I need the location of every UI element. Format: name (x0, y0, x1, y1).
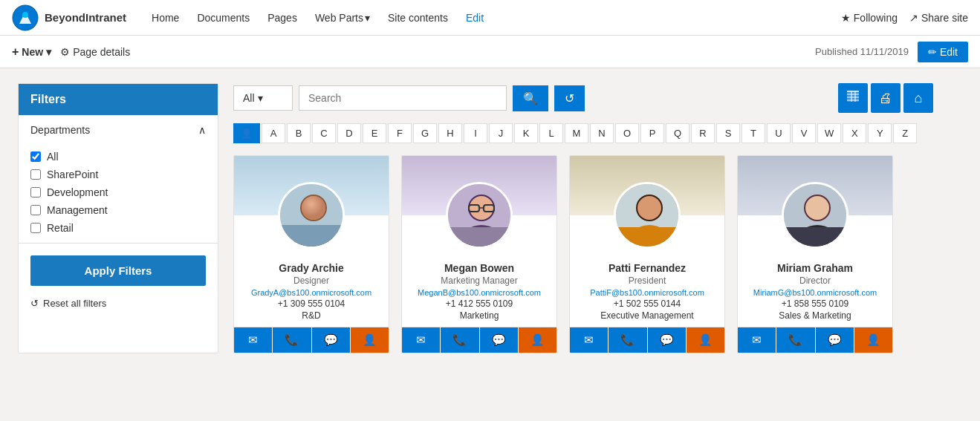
following-button[interactable]: ★ Following (841, 12, 898, 24)
chat-button-miriam[interactable]: 💬 (816, 327, 854, 353)
person-email-patti: PattiF@bs100.onmicrosoft.com (577, 288, 717, 297)
alpha-btn-j[interactable]: J (489, 123, 513, 143)
alpha-btn-m[interactable]: M (565, 123, 588, 143)
share-site-button[interactable]: ↗ Share site (909, 12, 968, 24)
filters-header: Filters (19, 84, 218, 115)
people-cards: Grady Archie Designer GradyA@bs100.onmic… (233, 155, 933, 353)
person-email-megan: MeganB@bs100.onmicrosoft.com (409, 288, 549, 297)
alpha-btn-l[interactable]: L (539, 123, 563, 143)
alpha-btn-b[interactable]: B (287, 123, 311, 143)
person-phone-megan: +1 412 555 0109 (409, 298, 549, 309)
edit-page-button[interactable]: ✏ Edit (918, 42, 968, 62)
refresh-icon: ↺ (30, 298, 39, 309)
alpha-btn-e[interactable]: E (363, 123, 386, 143)
profile-button-miriam[interactable]: 👤 (854, 327, 892, 353)
published-status: Published 11/11/2019 (815, 46, 909, 57)
filter-checkbox-sharepoint[interactable] (30, 169, 41, 180)
search-button[interactable]: 🔍 (513, 85, 548, 111)
filter-checkbox-development[interactable] (30, 187, 41, 198)
alpha-btn-p[interactable]: P (640, 123, 664, 143)
home-icon: ⌂ (915, 91, 923, 106)
alpha-btn-n[interactable]: N (590, 123, 614, 143)
alpha-btn-h[interactable]: H (438, 123, 462, 143)
filter-item-management[interactable]: Management (30, 201, 206, 219)
nav-documents[interactable]: Documents (189, 9, 257, 27)
profile-button-grady[interactable]: 👤 (351, 327, 389, 353)
filter-item-development[interactable]: Development (30, 183, 206, 201)
directory-area: All ▾ 🔍 ↺ (233, 83, 933, 353)
filter-checkbox-retail[interactable] (30, 223, 41, 233)
alpha-btn-t[interactable]: T (742, 123, 765, 143)
phone-button-grady[interactable]: 📞 (273, 327, 311, 353)
email-button-grady[interactable]: ✉ (234, 327, 273, 353)
refresh-button[interactable]: ↺ (554, 85, 585, 111)
profile-button-megan[interactable]: 👤 (519, 327, 556, 353)
nav-home[interactable]: Home (144, 9, 186, 27)
alpha-btn-i[interactable]: I (464, 123, 487, 143)
card-actions-miriam: ✉ 📞 💬 👤 (738, 327, 892, 353)
departments-section-header[interactable]: Departments ∧ (19, 115, 218, 145)
alpha-btn-y[interactable]: Y (868, 123, 892, 143)
svg-rect-28 (616, 227, 681, 249)
nav-edit[interactable]: Edit (458, 9, 491, 27)
chat-button-megan[interactable]: 💬 (480, 327, 519, 353)
excel-export-button[interactable] (838, 83, 868, 113)
alpha-btn-u[interactable]: U (767, 123, 791, 143)
filter-checkbox-all[interactable] (30, 151, 41, 162)
alpha-btn-z[interactable]: Z (893, 123, 917, 143)
alpha-btn-x[interactable]: X (843, 123, 866, 143)
alpha-btn-person[interactable]: 👤 (233, 123, 260, 143)
filter-item-retail[interactable]: Retail (30, 219, 206, 237)
chat-button-patti[interactable]: 💬 (648, 327, 687, 353)
share-icon: ↗ (909, 12, 918, 24)
reset-filters-button[interactable]: ↺ Reset all filters (19, 298, 218, 309)
person-title-patti: President (577, 275, 717, 286)
filter-item-all[interactable]: All (30, 148, 206, 166)
phone-button-patti[interactable]: 📞 (609, 327, 647, 353)
nav-site-contents[interactable]: Site contents (380, 9, 455, 27)
chat-button-grady[interactable]: 💬 (312, 327, 351, 353)
alpha-btn-d[interactable]: D (337, 123, 361, 143)
person-card-megan: Megan Bowen Marketing Manager MeganB@bs1… (401, 155, 557, 353)
search-input[interactable] (299, 85, 507, 111)
svg-rect-15 (280, 225, 345, 249)
phone-button-miriam[interactable]: 📞 (776, 327, 815, 353)
alpha-btn-g[interactable]: G (413, 123, 437, 143)
home-button[interactable]: ⌂ (903, 83, 933, 113)
email-button-miriam[interactable]: ✉ (738, 327, 776, 353)
nav-pages[interactable]: Pages (260, 9, 305, 27)
search-dropdown[interactable]: All ▾ (233, 85, 293, 111)
email-button-megan[interactable]: ✉ (402, 327, 441, 353)
filter-checkbox-management[interactable] (30, 205, 41, 215)
person-phone-miriam: +1 858 555 0109 (745, 298, 885, 309)
nav-webparts[interactable]: Web Parts ▾ (308, 9, 377, 27)
alpha-btn-v[interactable]: V (792, 123, 816, 143)
phone-button-megan[interactable]: 📞 (441, 327, 479, 353)
chevron-down-icon: ▾ (365, 12, 370, 24)
new-button[interactable]: + New ▾ (12, 45, 51, 59)
alpha-btn-c[interactable]: C (312, 123, 336, 143)
logo-area[interactable]: BeyondIntranet (12, 4, 126, 31)
alpha-btn-o[interactable]: O (615, 123, 639, 143)
search-bar-actions: 🖨 ⌂ (838, 83, 933, 113)
excel-icon (846, 89, 860, 108)
profile-button-patti[interactable]: 👤 (687, 327, 724, 353)
alpha-btn-k[interactable]: K (514, 123, 538, 143)
alpha-btn-w[interactable]: W (817, 123, 841, 143)
chevron-down-icon: ▾ (46, 46, 51, 58)
filter-item-sharepoint[interactable]: SharePoint (30, 166, 206, 183)
pencil-icon: ✏ (928, 46, 937, 58)
alpha-btn-q[interactable]: Q (666, 123, 689, 143)
apply-filters-button[interactable]: Apply Filters (30, 255, 206, 286)
alpha-btn-f[interactable]: F (388, 123, 412, 143)
alpha-btn-s[interactable]: S (716, 123, 740, 143)
alpha-btn-r[interactable]: R (691, 123, 715, 143)
email-button-patti[interactable]: ✉ (570, 327, 609, 353)
alpha-btn-a[interactable]: A (262, 123, 285, 143)
filters-sidebar: Filters Departments ∧ All SharePoint Dev… (18, 83, 218, 353)
page-details-button[interactable]: ⚙ Page details (60, 46, 130, 58)
card-actions-grady: ✉ 📞 💬 👤 (234, 327, 389, 353)
person-dept-megan: Marketing (409, 310, 549, 321)
print-button[interactable]: 🖨 (871, 83, 901, 113)
person-name-patti: Patti Fernandez (577, 262, 717, 274)
